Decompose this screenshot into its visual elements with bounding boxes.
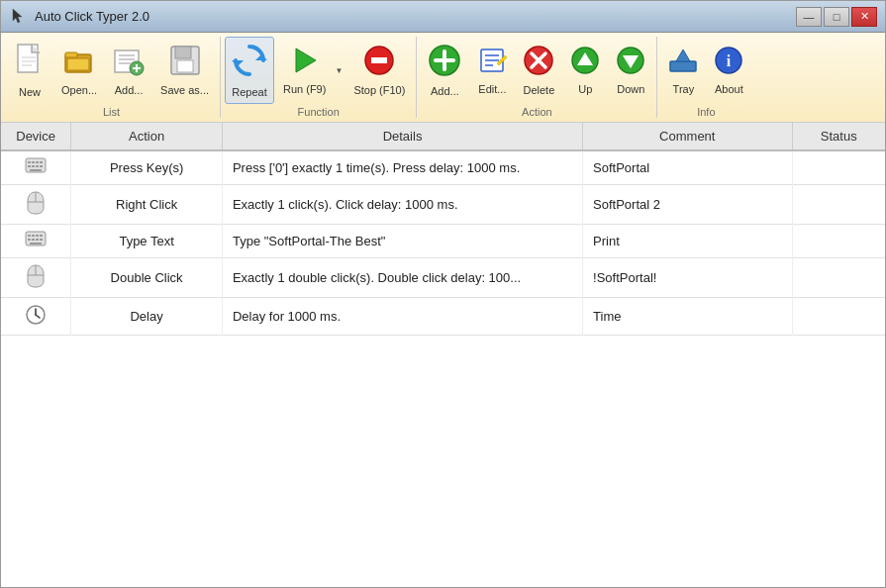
edit-button[interactable]: Edit...: [470, 37, 514, 104]
device-icon: [25, 163, 47, 178]
new-button[interactable]: New: [7, 37, 52, 104]
action-cell: Right Click: [71, 185, 223, 225]
svg-rect-5: [65, 52, 77, 57]
svg-rect-45: [40, 161, 43, 163]
run-icon: [290, 46, 320, 80]
svg-marker-18: [232, 60, 244, 66]
table-row[interactable]: Type Text Type "SoftPortal-The Best" Pri…: [1, 225, 885, 258]
title-bar-left: Auto Click Typer 2.0: [9, 7, 149, 27]
svg-rect-6: [67, 58, 89, 70]
svg-rect-16: [177, 60, 193, 72]
repeat-icon: [232, 43, 267, 83]
add-label: Add...: [431, 85, 459, 97]
device-cell: [1, 258, 71, 298]
action-cell: Delay: [71, 298, 223, 336]
tray-label: Tray: [673, 83, 695, 95]
status-cell: [792, 150, 885, 185]
device-cell: [1, 150, 71, 185]
svg-rect-62: [30, 243, 42, 245]
info-group-label: Info: [661, 106, 750, 118]
col-device: Device: [1, 123, 71, 150]
col-action: Action: [71, 123, 223, 150]
action-cell: Double Click: [71, 258, 223, 298]
col-comment: Comment: [583, 123, 792, 150]
open-button[interactable]: Open...: [54, 37, 104, 104]
device-icon: [25, 314, 47, 329]
device-icon: [27, 276, 45, 291]
up-label: Up: [578, 83, 592, 95]
svg-rect-21: [371, 57, 387, 63]
repeat-label: Repeat: [232, 86, 266, 98]
toolbar-group-list: New Open...: [3, 37, 221, 118]
app-icon: [9, 7, 29, 27]
table-row[interactable]: Right Click Exactly 1 click(s). Click de…: [1, 185, 885, 225]
comment-cell: !SoftPortal!: [583, 258, 792, 298]
details-cell: Exactly 1 click(s). Click delay: 1000 ms…: [222, 185, 582, 225]
window-title: Auto Click Typer 2.0: [35, 9, 149, 24]
delete-icon: [523, 45, 554, 81]
toolbar: New Open...: [1, 33, 885, 123]
action-cell: Press Key(s): [71, 150, 223, 185]
comment-cell: SoftPortal 2: [583, 185, 792, 225]
svg-marker-38: [676, 49, 690, 61]
table-row[interactable]: Delay Delay for 1000 ms. Time: [1, 298, 885, 336]
repeat-button[interactable]: Repeat: [225, 37, 274, 104]
main-window: Auto Click Typer 2.0 — □ ✕: [0, 0, 886, 588]
svg-rect-57: [40, 235, 43, 237]
svg-rect-15: [175, 47, 191, 58]
down-label: Down: [617, 83, 644, 95]
about-button[interactable]: i About: [707, 37, 750, 104]
list-buttons: New Open...: [7, 37, 216, 104]
details-cell: Type "SoftPortal-The Best": [222, 225, 582, 258]
svg-marker-17: [255, 54, 267, 60]
action-cell: Type Text: [71, 225, 223, 258]
svg-rect-42: [28, 161, 31, 163]
run-dropdown-button[interactable]: ▼: [333, 37, 345, 104]
col-details: Details: [222, 123, 582, 150]
new-label: New: [19, 86, 41, 98]
toolbar-group-function: Repeat Run (F9) ▼: [221, 37, 417, 118]
details-cell: Press ['0'] exactly 1 time(s). Press del…: [222, 150, 582, 185]
edit-label: Edit...: [478, 83, 506, 95]
add-list-button[interactable]: Add...: [106, 37, 151, 104]
device-cell: [1, 225, 71, 258]
col-status: Status: [792, 123, 885, 150]
function-group-label: Function: [225, 106, 412, 118]
edit-icon: [477, 46, 507, 80]
action-table: Device Action Details Comment Status Pre…: [1, 123, 885, 336]
about-label: About: [715, 83, 743, 95]
device-cell: [1, 298, 71, 336]
svg-rect-60: [36, 239, 39, 241]
close-button[interactable]: ✕: [851, 7, 877, 27]
svg-rect-47: [32, 165, 35, 167]
run-button[interactable]: Run (F9): [276, 37, 333, 104]
comment-cell: SoftPortal: [583, 150, 792, 185]
maximize-button[interactable]: □: [824, 7, 849, 27]
table-row[interactable]: Press Key(s) Press ['0'] exactly 1 time(…: [1, 150, 885, 185]
toolbar-group-action: Add... Edit...: [417, 37, 657, 118]
minimize-button[interactable]: —: [796, 7, 822, 27]
add-list-label: Add...: [115, 84, 144, 96]
stop-label: Stop (F10): [353, 84, 405, 96]
svg-rect-59: [32, 239, 35, 241]
up-button[interactable]: Up: [563, 37, 607, 104]
delete-button[interactable]: Delete: [516, 37, 561, 104]
add-button[interactable]: Add...: [421, 37, 468, 104]
stop-icon: [363, 45, 395, 81]
tray-button[interactable]: Tray: [661, 37, 705, 104]
table-header-row: Device Action Details Comment Status: [1, 123, 885, 150]
stop-button[interactable]: Stop (F10): [346, 37, 412, 104]
up-icon: [570, 46, 600, 80]
save-as-button[interactable]: Save as...: [153, 37, 216, 104]
open-icon: [63, 45, 95, 81]
add-list-icon: [113, 45, 145, 81]
down-button[interactable]: Down: [609, 37, 652, 104]
svg-rect-43: [32, 161, 35, 163]
table-row[interactable]: Double Click Exactly 1 double click(s). …: [1, 258, 885, 298]
svg-rect-54: [28, 235, 31, 237]
add-icon: [428, 44, 461, 82]
comment-cell: Print: [583, 225, 792, 258]
status-cell: [792, 258, 885, 298]
action-group-label: Action: [421, 106, 652, 118]
svg-rect-50: [30, 169, 42, 171]
